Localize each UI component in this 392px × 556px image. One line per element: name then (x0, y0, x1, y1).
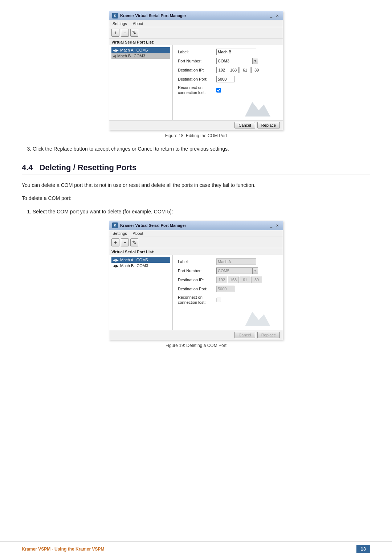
form-row-reconnect: Reconnect on connection lost: (178, 85, 278, 95)
ip-octet-4[interactable] (251, 67, 262, 73)
remove-button[interactable]: − (121, 29, 129, 37)
section-body-2: To delete a COM port: (22, 194, 370, 202)
footer-brand-text: Kramer VSPM - Using the Kramer VSPM (22, 547, 104, 552)
port-icon-0-19: ◀▶ (113, 258, 119, 262)
close-btn-19[interactable]: ✕ (275, 224, 280, 228)
figure-19-caption: Figure 19: Deleting a COM Port (22, 343, 370, 348)
port-item-0-19[interactable]: ◀▶ Mach A COM5 (111, 257, 170, 263)
step-3-item: Click the Replace button to accept chang… (33, 145, 370, 153)
port-list-panel-fig18: ◀▶ Mach A COM5 ◀ Mach B COM3 (109, 45, 173, 120)
ip-octet-4-19 (251, 277, 262, 283)
port-item-1-19[interactable]: ◀▶ Mach B COM3 (111, 263, 170, 269)
step-1-text: Select the COM port you want to delete (… (33, 209, 173, 214)
step-list-fig19: Select the COM port you want to delete (… (33, 208, 370, 216)
reconnect-checkbox-area-19 (216, 298, 221, 302)
app-title: Kramer Virtual Serial Port Manager (120, 13, 186, 18)
replace-button-fig18[interactable]: Replace (257, 122, 280, 128)
app-body-fig19: ◀▶ Mach A COM5 ◀▶ Mach B COM3 Label: (109, 255, 283, 330)
port-number-input[interactable] (216, 58, 253, 64)
port-number-dropdown-arrow-19: ▼ (252, 267, 258, 274)
figure-19-container: K Kramer Virtual Serial Port Manager _ ✕… (22, 221, 370, 348)
port-item-0[interactable]: ◀▶ Mach A COM5 (111, 47, 170, 53)
port-number-dropdown-arrow[interactable]: ▼ (252, 58, 258, 64)
form-row-port-19: Port Number: ▼ (178, 267, 278, 274)
ip-octet-1[interactable] (216, 67, 227, 73)
port-list-panel-fig19: ◀▶ Mach A COM5 ◀▶ Mach B COM3 (109, 255, 173, 330)
ip-inputs (216, 67, 262, 73)
app-body-fig18: ◀▶ Mach A COM5 ◀ Mach B COM3 Label: (109, 45, 283, 120)
port-number-select-19: ▼ (216, 267, 264, 274)
port-icon-1-19: ◀▶ (113, 264, 119, 268)
dest-port-input-19 (216, 286, 234, 292)
titlebar-fig19: K Kramer Virtual Serial Port Manager _ ✕ (109, 221, 283, 230)
port-item-1[interactable]: ◀ Mach B COM3 (111, 53, 170, 59)
app-window-fig19: K Kramer Virtual Serial Port Manager _ ✕… (109, 221, 283, 340)
edit-button-19[interactable]: ✎ (130, 238, 138, 246)
cancel-button-fig19: Cancel (234, 332, 255, 338)
step1-container: Select the COM port you want to delete (… (22, 208, 370, 216)
section-number: 4.4 (22, 163, 33, 172)
reconnect-checkbox-area[interactable] (216, 88, 221, 93)
app-icon: K (112, 13, 118, 19)
dest-ip-label: Destination IP: (178, 68, 214, 72)
toolbar-fig19: + − ✎ (109, 237, 283, 248)
dest-port-input[interactable] (216, 76, 234, 82)
minimize-btn[interactable]: _ (269, 14, 273, 18)
add-button[interactable]: + (111, 29, 119, 37)
app-title-19: Kramer Virtual Serial Port Manager (120, 223, 186, 228)
section-body-1: You can delete a COM port that is not in… (22, 181, 370, 189)
dest-port-label-19: Destination Port: (178, 287, 214, 291)
step-list-fig18: Click the Replace button to accept chang… (33, 145, 370, 153)
edit-button[interactable]: ✎ (130, 29, 138, 37)
decorative-area-19 (178, 308, 278, 326)
section-title: Deleting / Resetting Ports (40, 163, 137, 172)
port-list-label-fig19: Virtual Serial Port List: (109, 248, 283, 255)
ip-octet-2[interactable] (228, 67, 239, 73)
port-number-input-19 (216, 267, 253, 274)
app-footer-fig19: Cancel Replace (109, 330, 283, 340)
reconnect-label-19: Reconnect on connection lost: (178, 295, 214, 305)
label-input-19 (216, 258, 256, 265)
step-3-text: Click the Replace button to accept chang… (33, 146, 229, 152)
menu-about-19[interactable]: About (132, 231, 144, 236)
port-label-0-19: Mach A (120, 258, 134, 262)
menu-settings-19[interactable]: Settings (111, 231, 128, 236)
decorative-svg (245, 100, 274, 116)
app-icon-19: K (112, 222, 118, 228)
add-button-19[interactable]: + (111, 238, 119, 246)
titlebar-left-19: K Kramer Virtual Serial Port Manager (112, 222, 186, 228)
titlebar-left: K Kramer Virtual Serial Port Manager (112, 13, 186, 19)
decorative-svg-19 (245, 310, 274, 326)
form-row-reconnect-19: Reconnect on connection lost: (178, 295, 278, 305)
close-btn[interactable]: ✕ (275, 14, 280, 18)
reconnect-checkbox[interactable] (216, 88, 221, 93)
figure-18-container: K Kramer Virtual Serial Port Manager _ ✕… (22, 11, 370, 138)
figure-18-caption: Figure 18: Editing the COM Port (22, 133, 370, 138)
step-1-item: Select the COM port you want to delete (… (33, 208, 370, 216)
label-field-label: Label: (178, 50, 214, 54)
menu-settings[interactable]: Settings (111, 21, 128, 26)
label-input[interactable] (216, 49, 256, 55)
form-row-label-19: Label: (178, 258, 278, 265)
remove-button-19[interactable]: − (121, 238, 129, 246)
port-com-1-19: COM3 (136, 263, 148, 268)
step3-container: Click the Replace button to accept chang… (22, 145, 370, 153)
port-label-1-19: Mach B (120, 263, 134, 268)
menu-about[interactable]: About (132, 21, 144, 26)
window-controls: _ ✕ (269, 14, 280, 18)
port-number-select[interactable]: ▼ (216, 58, 264, 64)
port-number-label-19: Port Number: (178, 269, 214, 273)
form-row-destport: Destination Port: (178, 76, 278, 82)
ip-octet-3[interactable] (240, 67, 250, 73)
replace-button-fig19: Replace (257, 332, 280, 338)
form-panel-fig19: Label: Port Number: ▼ Destination IP: (173, 255, 283, 330)
minimize-btn-19[interactable]: _ (269, 224, 273, 228)
port-label-0: Mach A (120, 48, 134, 52)
form-row-label: Label: (178, 49, 278, 55)
cancel-button-fig18[interactable]: Cancel (234, 122, 255, 128)
port-com-0-19: COM5 (136, 258, 148, 262)
section-44-header: 4.4 Deleting / Resetting Ports (22, 163, 370, 175)
port-com-0: COM5 (136, 48, 148, 52)
form-row-destport-19: Destination Port: (178, 286, 278, 292)
footer-page-number: 13 (356, 545, 370, 553)
